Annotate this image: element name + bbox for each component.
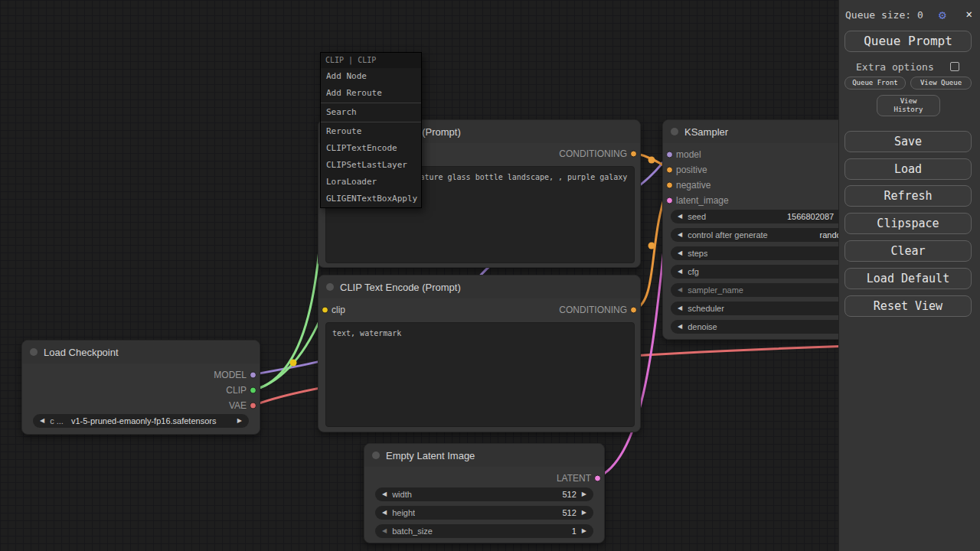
prompt-textarea[interactable]: text, watermark: [325, 322, 635, 427]
menu-item-gligentextboxapply[interactable]: GLIGENTextBoxApply: [321, 191, 421, 207]
prev-arrow-icon[interactable]: ◀: [678, 265, 682, 279]
node-status-dot: [326, 283, 334, 291]
positive-input-dot[interactable]: [666, 167, 673, 174]
menu-item-add-node[interactable]: Add Node: [321, 68, 421, 85]
slot-row: clip CONDITIONING: [318, 302, 640, 318]
extra-options-label: Extra options: [856, 61, 934, 73]
widget-name: denoise: [688, 322, 717, 331]
wire-clip-to-positive-encoder: [255, 153, 325, 390]
link-dot-conditioning-negative[interactable]: [648, 243, 655, 249]
widget-name: cfg: [688, 267, 699, 276]
close-panel-icon[interactable]: ✕: [966, 8, 972, 20]
clip-input-dot[interactable]: [322, 307, 328, 314]
prev-arrow-icon[interactable]: ◀: [382, 506, 387, 520]
widget-name: control after generate: [688, 230, 768, 240]
graph-canvas[interactable]: Load Checkpoint MODEL CLIP VAE ◀ c ... v…: [0, 0, 980, 551]
queue-front-button[interactable]: Queue Front: [844, 77, 906, 90]
clear-button[interactable]: Clear: [844, 240, 972, 262]
prev-arrow-icon[interactable]: ◀: [678, 246, 682, 260]
model-input-dot[interactable]: [666, 152, 673, 158]
prev-arrow-icon[interactable]: ◀: [678, 283, 682, 297]
widget-name: c ...: [50, 416, 64, 425]
height-widget[interactable]: ◀ height 512 ▶: [375, 506, 593, 520]
view-queue-button[interactable]: View Queue: [910, 77, 972, 90]
prev-arrow-icon[interactable]: ◀: [678, 320, 682, 334]
conditioning-output-dot[interactable]: [630, 151, 637, 158]
node-empty-latent-image[interactable]: Empty Latent Image LATENT ◀ width 512 ▶ …: [364, 443, 605, 543]
next-arrow-icon[interactable]: ▶: [582, 524, 586, 538]
link-dot-clip[interactable]: [290, 360, 297, 367]
settings-gear-icon[interactable]: ⚙: [939, 8, 946, 22]
node-load-checkpoint[interactable]: Load Checkpoint MODEL CLIP VAE ◀ c ... v…: [21, 340, 260, 435]
latent-output-dot[interactable]: [594, 475, 601, 482]
widget-name: steps: [688, 249, 707, 258]
menu-item-clipsetlastlayer[interactable]: CLIPSetLastLayer: [321, 157, 421, 174]
prev-arrow-icon[interactable]: ◀: [382, 524, 387, 538]
link-dot-conditioning-positive[interactable]: [648, 157, 655, 164]
extra-options-checkbox[interactable]: [950, 62, 959, 71]
widget-name: sampler_name: [688, 285, 743, 295]
node-title-bar[interactable]: Load Checkpoint: [22, 341, 260, 364]
node-title: KSampler: [684, 126, 728, 138]
slot-label: CONDITIONING: [559, 305, 640, 315]
clip-output-dot[interactable]: [250, 387, 256, 394]
width-widget[interactable]: ◀ width 512 ▶: [375, 487, 593, 501]
negative-input-dot[interactable]: [666, 182, 673, 189]
menu-item-loraloader[interactable]: LoraLoader: [321, 174, 421, 191]
menu-item-add-reroute[interactable]: Add Reroute: [321, 85, 421, 102]
widget-name: height: [392, 508, 415, 517]
prev-arrow-icon[interactable]: ◀: [678, 210, 682, 223]
widget-name: scheduler: [688, 304, 724, 313]
next-arrow-icon[interactable]: ▶: [582, 506, 586, 520]
node-title: Load Checkpoint: [44, 347, 119, 358]
prev-arrow-icon[interactable]: ◀: [40, 414, 44, 428]
node-title-bar[interactable]: CLIP Text Encode (Prompt): [318, 276, 640, 298]
model-output-dot[interactable]: [250, 372, 256, 379]
output-slot-latent: LATENT: [364, 471, 604, 486]
node-clip-text-encode-negative[interactable]: CLIP Text Encode (Prompt) clip CONDITION…: [318, 275, 641, 432]
prev-arrow-icon[interactable]: ◀: [382, 487, 387, 501]
load-default-button[interactable]: Load Default: [844, 268, 972, 289]
wire-clip-to-negative-encoder: [255, 309, 325, 390]
refresh-button[interactable]: Refresh: [844, 185, 972, 207]
prev-arrow-icon[interactable]: ◀: [678, 302, 682, 315]
view-history-button[interactable]: View History: [877, 95, 940, 116]
output-slot-clip: CLIP: [22, 383, 260, 398]
node-title: Empty Latent Image: [386, 450, 475, 461]
context-menu: CLIP | CLIP Add Node Add Reroute Search …: [320, 52, 422, 208]
widget-name: width: [392, 490, 412, 499]
slot-label: CONDITIONING: [559, 148, 640, 159]
next-arrow-icon[interactable]: ▶: [582, 487, 586, 501]
output-slot-vae: VAE: [22, 398, 260, 413]
widget-value: 1566802087: [787, 212, 834, 221]
batch-size-widget[interactable]: ◀ batch_size 1 ▶: [375, 524, 593, 538]
widget-value: 512: [562, 490, 576, 499]
vae-output-dot[interactable]: [250, 403, 256, 409]
menu-item-reroute[interactable]: Reroute: [321, 123, 421, 140]
next-arrow-icon[interactable]: ▶: [237, 414, 242, 428]
widget-value: 1: [572, 527, 577, 536]
menu-item-cliptextencode[interactable]: CLIPTextEncode: [321, 140, 421, 157]
save-button[interactable]: Save: [844, 131, 972, 152]
prev-arrow-icon[interactable]: ◀: [678, 228, 682, 242]
ckpt-name-widget[interactable]: ◀ c ... v1-5-pruned-emaonly-fp16.safeten…: [33, 414, 249, 428]
queue-size-label: Queue size: 0: [845, 9, 923, 21]
clipspace-button[interactable]: Clipspace: [844, 213, 972, 234]
menu-item-search[interactable]: Search: [321, 104, 421, 121]
menu-separator: [321, 122, 421, 122]
node-status-dot: [671, 128, 678, 135]
menu-separator: [321, 103, 421, 103]
load-button[interactable]: Load: [844, 158, 972, 180]
output-slot-model: MODEL: [22, 367, 260, 383]
latent-image-input-dot[interactable]: [666, 197, 673, 204]
queue-prompt-button[interactable]: Queue Prompt: [844, 31, 972, 52]
conditioning-output-dot[interactable]: [630, 307, 637, 314]
menu-panel: Queue size: 0 ⚙ ✕ Queue Prompt Extra opt…: [838, 0, 980, 551]
widget-name: seed: [688, 212, 706, 221]
widget-value: 512: [562, 508, 576, 517]
context-menu-title: CLIP | CLIP: [321, 53, 421, 68]
node-title-bar[interactable]: Empty Latent Image: [364, 444, 604, 467]
reset-view-button[interactable]: Reset View: [844, 295, 972, 317]
widget-name: batch_size: [392, 527, 433, 536]
node-status-dot: [372, 452, 380, 459]
